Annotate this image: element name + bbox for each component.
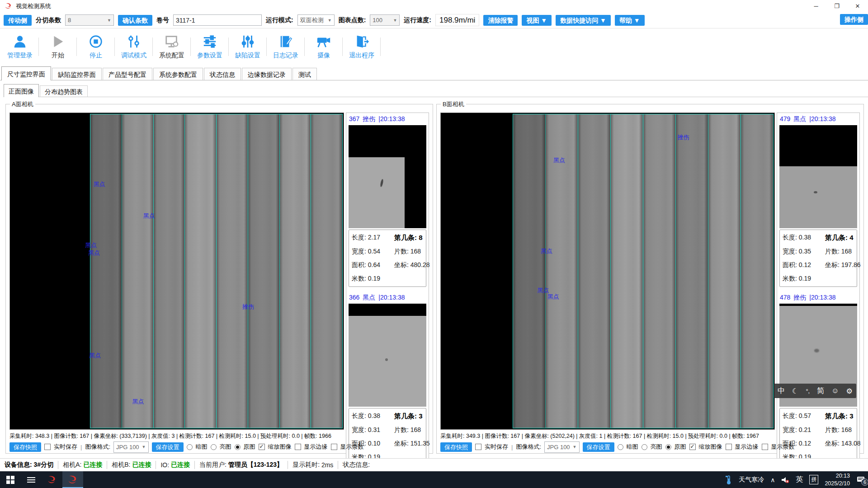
pinned-app-button[interactable] <box>42 471 62 488</box>
system-config-button[interactable]: 系统配置 <box>153 30 191 63</box>
ime-punctuation-icon[interactable]: °, <box>806 388 810 394</box>
ime-toolbar: 中 ☾ °, 简 ☺ ⚙ <box>774 384 856 398</box>
subtab-distribution-trend[interactable]: 分布趋势图表 <box>40 85 88 97</box>
dark-image-radio[interactable] <box>187 444 193 450</box>
image-format-select[interactable]: JPG 100 ▼ <box>113 441 149 453</box>
tab-edge-data-record[interactable]: 边缘数据记录 <box>242 68 292 80</box>
realtime-save-checkbox[interactable] <box>475 444 481 450</box>
task-view-button[interactable] <box>21 471 42 488</box>
camera-a-conn-label: 相机A: <box>63 461 81 469</box>
show-edge-checkbox[interactable] <box>295 444 301 450</box>
language-indicator[interactable]: 英 <box>796 475 803 484</box>
operator-side-button[interactable]: 操作侧 <box>840 14 868 25</box>
drive-side-button[interactable]: 传动侧 <box>4 15 32 26</box>
ime-chinese-toggle[interactable]: 中 <box>778 386 785 396</box>
tab-size-monitor[interactable]: 尺寸监控界面 <box>1 66 51 80</box>
save-settings-button[interactable]: 保存设置 <box>583 442 614 452</box>
image-format-select[interactable]: JPG 100 ▼ <box>544 441 580 453</box>
maximize-button[interactable]: ❐ <box>826 0 847 12</box>
defect-fields: 长度: 0.57 第几条: 3 宽度: 0.21 片数: 168 面积: 0.1… <box>779 408 857 465</box>
running-app-button[interactable] <box>62 471 83 488</box>
defect-card[interactable]: 479 黑点 |20:13:38 长度: 0.38 第几条: 4 宽度: 0.3… <box>779 114 857 287</box>
minimize-button[interactable]: ─ <box>806 0 826 12</box>
tab-product-model-config[interactable]: 产品型号配置 <box>103 68 152 80</box>
defect-marker: 黑点 <box>541 247 552 255</box>
tab-status-info[interactable]: 状态信息 <box>204 68 241 80</box>
show-strips-checkbox[interactable] <box>331 444 337 450</box>
show-edge-checkbox[interactable] <box>726 444 732 450</box>
data-quick-access-button[interactable]: 数据快捷访问 ▼ <box>556 15 611 26</box>
admin-login-button[interactable]: 管理登录 <box>1 30 39 63</box>
chevron-down-icon: ▼ <box>390 18 397 23</box>
save-settings-button[interactable]: 保存设置 <box>152 442 184 452</box>
ime-simplified-toggle[interactable]: 简 <box>817 386 824 396</box>
save-snapshot-button[interactable]: 保存快照 <box>440 442 472 452</box>
tab-test[interactable]: 测试 <box>292 68 317 80</box>
ime-indicator[interactable]: 拼 <box>809 475 818 484</box>
title-bar: 视觉检测系统 ─ ❐ ✕ <box>0 0 868 12</box>
zoom-image-checkbox[interactable] <box>689 444 696 450</box>
defect-thumbnail[interactable] <box>349 125 426 228</box>
debug-mode-button[interactable]: 调试模式 <box>115 30 153 63</box>
ime-settings-gear-icon[interactable]: ⚙ <box>846 387 853 395</box>
slit-count-select[interactable]: 8 ▼ <box>65 14 114 26</box>
camera-a-defect-list: 367 挫伤 |20:13:38 长度: 2.17 第几条: 8 宽度: 0.5… <box>346 113 429 473</box>
bright-image-radio[interactable] <box>642 444 647 450</box>
subtab-front-image[interactable]: 正面图像 <box>4 84 39 97</box>
bright-image-radio[interactable] <box>211 444 217 450</box>
defect-thumbnail[interactable] <box>779 125 857 228</box>
help-menu-button[interactable]: 帮助 ▼ <box>615 15 645 26</box>
tab-system-param-config[interactable]: 系统参数配置 <box>153 68 203 80</box>
tab-defect-monitor[interactable]: 缺陷监控界面 <box>52 68 102 80</box>
defect-settings-button[interactable]: 缺陷设置 <box>229 30 267 63</box>
clear-alarm-button[interactable]: 清除报警 <box>483 15 518 26</box>
exit-door-icon <box>354 34 369 49</box>
exit-program-button[interactable]: 退出程序 <box>343 30 381 63</box>
save-snapshot-button[interactable]: 保存快照 <box>9 442 41 452</box>
chart-points-select[interactable]: 100 ▼ <box>370 14 400 26</box>
camera-b-image[interactable]: 挫伤 黑点 黑点 黑点 黑点 <box>440 113 775 430</box>
taskbar-clock[interactable]: 20:13 2025/2/10 <box>825 472 850 487</box>
defect-card-header: 478 挫伤 |20:13:38 <box>779 292 857 304</box>
defect-card[interactable]: 366 黑点 |20:13:38 长度: 0.38 第几条: 3 宽度: 0.3… <box>349 292 426 465</box>
defect-thumbnail[interactable] <box>349 304 426 407</box>
start-button[interactable] <box>0 471 21 488</box>
sliders-horizontal-icon <box>202 34 217 49</box>
roll-number-input[interactable] <box>173 14 262 26</box>
roll-number-label: 卷号 <box>156 16 169 24</box>
ime-fullwidth-icon[interactable]: ☾ <box>792 387 798 395</box>
original-image-radio[interactable] <box>665 444 671 450</box>
show-strips-checkbox[interactable] <box>762 444 768 450</box>
monitor-gear-icon <box>164 34 179 49</box>
current-user-label: 当前用户: <box>199 461 226 469</box>
weather-text[interactable]: 天气寒冷 <box>739 476 764 484</box>
ime-emoji-icon[interactable]: ☺ <box>831 387 839 395</box>
zoom-image-checkbox[interactable] <box>259 444 265 450</box>
stop-button[interactable]: 停止 <box>77 30 115 63</box>
defect-fields: 长度: 0.38 第几条: 4 宽度: 0.35 片数: 168 面积: 0.1… <box>779 230 857 287</box>
dark-image-radio[interactable] <box>618 444 623 450</box>
defect-card-header: 367 挫伤 |20:13:38 <box>349 114 426 125</box>
volume-muted-icon[interactable] <box>781 476 789 483</box>
run-mode-select[interactable]: 双面检测 ▼ <box>297 14 335 26</box>
confirm-count-button[interactable]: 确认条数 <box>118 15 152 26</box>
notification-center-button[interactable]: 6 <box>856 476 865 484</box>
close-button[interactable]: ✕ <box>847 0 868 12</box>
display-time-value: 2ms <box>321 461 333 469</box>
tray-expand-chevron[interactable]: ∧ <box>770 476 775 483</box>
chevron-down-icon: ▼ <box>139 445 146 449</box>
camera-a-image[interactable]: 黑点 黑点 黑点 黑点 挫伤 黑点 黑点 <box>9 113 344 430</box>
defect-card[interactable]: 478 挫伤 |20:13:38 长度: 0.57 第几条: 3 宽度: 0.2… <box>779 292 857 465</box>
parameter-settings-button[interactable]: 参数设置 <box>191 30 229 63</box>
original-image-radio[interactable] <box>235 444 241 450</box>
realtime-save-checkbox[interactable] <box>44 444 51 450</box>
chart-points-label: 图表点数: <box>339 16 366 24</box>
view-menu-button[interactable]: 视图 ▼ <box>522 15 552 26</box>
defect-card[interactable]: 367 挫伤 |20:13:38 长度: 2.17 第几条: 8 宽度: 0.5… <box>349 114 426 287</box>
defect-marker: 挫伤 <box>242 303 254 311</box>
start-button[interactable]: 开始 <box>39 30 77 63</box>
log-record-button[interactable]: 日志记录 <box>267 30 305 63</box>
status-info-label: 状态信息: <box>343 461 370 469</box>
user-icon <box>12 34 28 49</box>
capture-button[interactable]: 摄像 <box>305 30 343 63</box>
